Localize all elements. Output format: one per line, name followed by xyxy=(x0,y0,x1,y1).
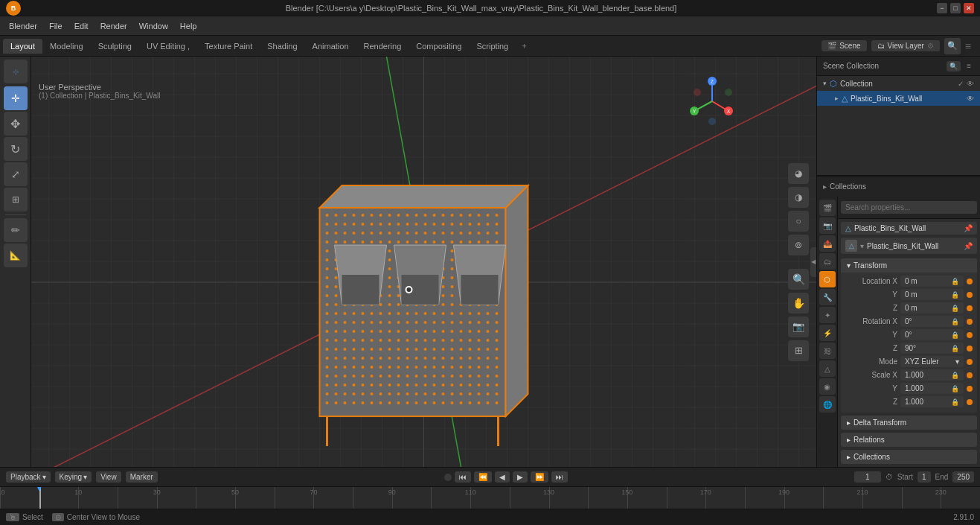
outliner-filter[interactable]: ≡ xyxy=(964,62,974,70)
prop-material-tab[interactable]: ◉ xyxy=(819,378,836,395)
maximize-button[interactable]: □ xyxy=(950,3,961,13)
rotation-y-lock[interactable]: 🔒 xyxy=(951,331,959,339)
overlay-button[interactable]: ⊚ xyxy=(788,235,809,255)
menu-blender[interactable]: Blender xyxy=(3,20,43,32)
mesh-eye[interactable]: 👁 xyxy=(967,95,974,103)
close-button[interactable]: ✕ xyxy=(964,3,974,13)
location-x-lock[interactable]: 🔒 xyxy=(951,278,959,285)
jump-end-button[interactable]: ⏭ xyxy=(551,471,568,483)
menu-edit[interactable]: Edit xyxy=(68,20,95,32)
mesh-name-field[interactable]: △ ▾ Plastic_Bins_Kit_Wall 📌 xyxy=(841,238,977,254)
jump-start-button[interactable]: ⏮ xyxy=(455,471,471,483)
viewport-shading-solid[interactable]: ◕ xyxy=(788,163,809,184)
tab-compositing[interactable]: Compositing xyxy=(409,39,469,54)
tab-modeling[interactable]: Modeling xyxy=(42,39,91,54)
scale-z-lock[interactable]: 🔒 xyxy=(951,398,959,406)
rotation-x-lock[interactable]: 🔒 xyxy=(951,318,959,325)
prop-modifier-tab[interactable]: 🔧 xyxy=(819,289,836,305)
scale-y-field[interactable]: 1.000 🔒 xyxy=(900,383,964,394)
prev-frame-button[interactable]: ⏪ xyxy=(474,471,492,483)
scale-y-lock[interactable]: 🔒 xyxy=(951,385,959,392)
tab-sculpting[interactable]: Sculpting xyxy=(91,39,139,54)
prop-data-tab[interactable]: △ xyxy=(819,360,836,377)
annotate-tool[interactable]: ✏ xyxy=(4,218,28,242)
grid-button[interactable]: ⊞ xyxy=(788,340,809,361)
tab-rendering[interactable]: Rendering xyxy=(356,39,409,54)
prop-constraints-tab[interactable]: ⛓ xyxy=(819,343,836,359)
scale-x-field[interactable]: 1.000 🔒 xyxy=(900,369,964,381)
outliner-item-collection[interactable]: ▾ ⬡ Collection ✓ 👁 xyxy=(817,76,980,91)
play-button[interactable]: ▶ xyxy=(513,471,528,483)
tab-animation[interactable]: Animation xyxy=(305,39,356,54)
cursor-tool[interactable]: ✛ xyxy=(4,86,28,110)
prop-world-tab[interactable]: 🌐 xyxy=(819,396,836,413)
start-frame-field[interactable]: 1 xyxy=(917,471,931,483)
prop-object-tab[interactable]: ⬡ xyxy=(819,271,836,287)
rotation-mode-select[interactable]: XYZ Euler ▾ xyxy=(900,356,964,367)
minimize-button[interactable]: − xyxy=(937,3,947,13)
autopin-icon[interactable]: 📌 xyxy=(964,224,973,232)
tab-scripting[interactable]: Scripting xyxy=(469,39,516,54)
menu-help[interactable]: Help xyxy=(174,20,203,32)
location-y-lock[interactable]: 🔒 xyxy=(951,291,959,299)
keying-menu[interactable]: Keying ▾ xyxy=(55,471,92,483)
next-frame-button[interactable]: ⏩ xyxy=(531,471,548,483)
location-z-lock[interactable]: 🔒 xyxy=(951,305,959,312)
prop-output-tab[interactable]: 📤 xyxy=(819,235,836,252)
viewport-gizmo[interactable]: Z X Y xyxy=(682,71,742,131)
relations-header[interactable]: ▸ Relations xyxy=(841,433,977,447)
location-z-field[interactable]: 0 m 🔒 xyxy=(900,302,964,314)
scale-x-lock[interactable]: 🔒 xyxy=(951,372,959,379)
end-frame-field[interactable]: 250 xyxy=(952,471,974,483)
prop-particles-tab[interactable]: ✦ xyxy=(819,307,836,323)
tab-texture-paint[interactable]: Texture Paint xyxy=(197,39,260,54)
collections-section-header[interactable]: ▸ Collections xyxy=(841,450,977,464)
zoom-in-button[interactable]: 🔍 xyxy=(788,269,809,290)
viewport-shading-material[interactable]: ◑ xyxy=(788,187,809,208)
timeline-track[interactable]: -101030507090110130150170190210230 xyxy=(0,487,980,509)
measure-tool[interactable]: 📐 xyxy=(4,244,28,267)
prop-physics-tab[interactable]: ⚡ xyxy=(819,325,836,341)
pan-button[interactable]: ✋ xyxy=(788,293,809,314)
prop-render-tab[interactable]: 📷 xyxy=(819,217,836,234)
rotation-z-field[interactable]: 90° 🔒 xyxy=(900,343,964,354)
transform-widget[interactable]: ⊹ xyxy=(4,60,28,83)
outliner-search[interactable]: 🔍 xyxy=(947,61,961,71)
viewport-shading-rendered[interactable]: ○ xyxy=(788,211,809,232)
play-reverse-button[interactable]: ◀ xyxy=(495,471,510,483)
marker-menu[interactable]: Marker xyxy=(126,471,158,483)
tab-shading[interactable]: Shading xyxy=(260,39,304,54)
collection-checkbox[interactable]: ✓ xyxy=(958,80,964,88)
prop-view-tab[interactable]: 🗂 xyxy=(819,253,836,270)
panel-toggle[interactable]: ◀ xyxy=(810,247,816,277)
menu-window[interactable]: Window xyxy=(133,20,174,32)
tab-uv-editing[interactable]: UV Editing , xyxy=(139,39,197,54)
delta-transform-header[interactable]: ▸ Delta Transform xyxy=(841,416,977,430)
location-y-field[interactable]: 0 m 🔒 xyxy=(900,289,964,300)
filter-icon[interactable]: ≡ xyxy=(965,40,971,52)
scene-selector[interactable]: 🎬 Scene xyxy=(822,40,866,51)
scale-z-field[interactable]: 1.000 🔒 xyxy=(900,396,964,407)
playback-menu[interactable]: Playback ▾ xyxy=(6,471,51,483)
rotation-y-field[interactable]: 0° 🔒 xyxy=(900,329,964,340)
search-button[interactable]: 🔍 xyxy=(944,38,961,54)
mesh-pin-icon[interactable]: 📌 xyxy=(964,242,973,250)
menu-file[interactable]: File xyxy=(43,20,68,32)
viewport-3d[interactable]: Object Mode ▾ View Select Add Object 🌐 G… xyxy=(31,57,816,467)
collection-eye[interactable]: 👁 xyxy=(967,80,974,88)
properties-search-input[interactable] xyxy=(841,201,977,214)
current-frame-field[interactable]: 1 xyxy=(854,471,881,483)
transform-tool[interactable]: ⊞ xyxy=(4,188,28,211)
tab-layout[interactable]: Layout xyxy=(3,39,42,54)
view-menu-tl[interactable]: View xyxy=(96,471,121,483)
record-button[interactable] xyxy=(444,474,452,481)
transform-section-header[interactable]: ▾ Transform xyxy=(841,258,977,273)
outliner-item-mesh[interactable]: ▸ △ Plastic_Bins_Kit_Wall 👁 xyxy=(817,91,980,106)
move-tool[interactable]: ✥ xyxy=(4,112,28,136)
tab-add-button[interactable]: ＋ xyxy=(516,37,533,54)
menu-render[interactable]: Render xyxy=(95,20,133,32)
rotation-z-lock[interactable]: 🔒 xyxy=(951,345,959,352)
rotation-x-field[interactable]: 0° 🔒 xyxy=(900,316,964,327)
camera-button[interactable]: 📷 xyxy=(788,316,809,337)
rotate-tool[interactable]: ↻ xyxy=(4,137,28,161)
